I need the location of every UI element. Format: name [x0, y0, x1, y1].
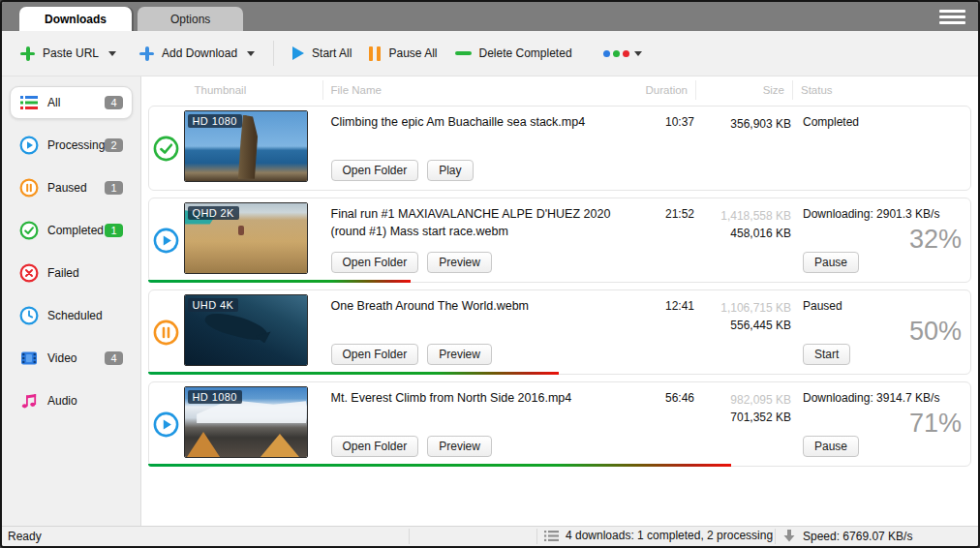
play-icon: [292, 46, 304, 60]
toolbar-separator: [273, 41, 274, 66]
start-all-label: Start All: [312, 46, 352, 60]
quality-badge: HD 1080: [188, 114, 242, 128]
status-text: Paused: [803, 299, 842, 313]
duration-value: 56:46: [627, 382, 694, 466]
chevron-down-icon[interactable]: [247, 51, 255, 56]
size-value: 356,903 KB: [694, 115, 791, 133]
status-bar: Ready 4 downloads: 1 completed, 2 proces…: [2, 526, 978, 546]
title-bar: Downloads Options: [2, 2, 978, 31]
delete-completed-label: Delete Completed: [479, 46, 572, 60]
table-header: Thumbnail File Name Duration Size Status: [141, 76, 979, 103]
content-area: All 4 Processing 2 Paused 1: [2, 76, 978, 526]
sidebar-item-completed[interactable]: Completed 1: [10, 214, 133, 247]
more-actions-button[interactable]: [595, 44, 651, 64]
header-status: Status: [792, 80, 971, 100]
sidebar-label: Audio: [47, 394, 77, 408]
downloading-status-icon: [153, 411, 179, 438]
count-badge: 4: [105, 351, 122, 365]
download-row[interactable]: QHD 2K Final run #1 MAXIAVALANCHE ALPE D…: [148, 198, 972, 283]
sidebar-item-video[interactable]: Video 4: [10, 342, 133, 375]
video-thumbnail: UHD 4K: [184, 294, 308, 366]
file-name: Final run #1 MAXIAVALANCHE ALPE D'HUEZ 2…: [331, 206, 618, 240]
download-row[interactable]: HD 1080 Mt. Everest Climb from North Sid…: [148, 381, 972, 467]
count-badge: 4: [105, 96, 122, 109]
file-name: Mt. Everest Climb from North Side 2016.m…: [331, 390, 618, 408]
downloads-summary-text: 4 downloads: 1 completed, 2 processing: [566, 529, 773, 542]
completed-status-icon: [153, 136, 179, 162]
sidebar: All 4 Processing 2 Paused 1: [2, 76, 140, 526]
header-thumbnail: Thumbnail: [187, 80, 322, 100]
music-note-icon: [19, 391, 39, 411]
downloads-panel: Thumbnail File Name Duration Size Status: [140, 76, 979, 526]
pause-button[interactable]: Pause: [803, 252, 859, 273]
sidebar-label: Completed: [47, 224, 104, 237]
download-row[interactable]: UHD 4K One Breath Around The World.webm …: [148, 289, 972, 375]
open-folder-button[interactable]: Open Folder: [331, 436, 419, 457]
progress-percent: 32%: [909, 225, 962, 255]
size-total: 1,418,558 KB: [694, 207, 791, 225]
sidebar-item-audio[interactable]: Audio: [10, 384, 133, 417]
pause-all-button[interactable]: Pause All: [360, 40, 445, 68]
add-download-button[interactable]: Add Download: [131, 40, 263, 68]
statusbar-divider: [536, 529, 537, 544]
download-row[interactable]: HD 1080 Climbing the epic Am Buachaille …: [148, 106, 972, 191]
sidebar-label: All: [47, 96, 60, 109]
paused-status-icon: [153, 320, 179, 346]
header-duration: Duration: [628, 80, 695, 100]
start-all-button[interactable]: Start All: [284, 40, 360, 67]
progress-bar: [148, 280, 412, 283]
paste-url-label: Paste URL: [43, 46, 99, 60]
preview-button[interactable]: Preview: [427, 344, 492, 365]
plus-icon: [20, 46, 35, 61]
tab-options[interactable]: Options: [138, 7, 243, 31]
status-text: Downloading: 3914.7 KB/s: [803, 391, 939, 405]
play-button[interactable]: Play: [427, 160, 473, 181]
preview-button[interactable]: Preview: [427, 436, 492, 457]
video-thumbnail: QHD 2K: [184, 202, 308, 274]
quality-badge: QHD 2K: [188, 206, 239, 220]
sidebar-label: Failed: [47, 266, 79, 280]
status-ready-text: Ready: [8, 530, 42, 543]
error-circle-icon: [19, 263, 39, 283]
list-icon: [544, 530, 559, 542]
add-download-label: Add Download: [162, 46, 237, 60]
sidebar-item-paused[interactable]: Paused 1: [10, 171, 133, 204]
preview-button[interactable]: Preview: [427, 252, 492, 273]
red-dot-icon: [623, 50, 629, 57]
open-folder-button[interactable]: Open Folder: [331, 344, 419, 365]
quality-badge: UHD 4K: [188, 298, 239, 312]
toolbar: Paste URL Add Download Start All Pause A…: [2, 31, 978, 76]
progress-percent: 71%: [909, 409, 962, 439]
delete-completed-button[interactable]: Delete Completed: [446, 40, 581, 67]
duration-value: 21:52: [627, 198, 694, 282]
duration-value: 12:41: [627, 290, 694, 374]
chevron-down-icon[interactable]: [108, 51, 116, 56]
progress-bar: [148, 464, 731, 467]
sidebar-item-all[interactable]: All 4: [10, 86, 133, 119]
size-value: 458,016 KB: [694, 225, 791, 242]
list-icon: [19, 93, 39, 112]
video-thumbnail: HD 1080: [184, 110, 308, 182]
sidebar-item-processing[interactable]: Processing 2: [10, 129, 133, 162]
paste-url-button[interactable]: Paste URL: [12, 40, 125, 68]
count-badge: 1: [105, 181, 122, 195]
blue-dot-icon: [603, 50, 610, 57]
start-button[interactable]: Start: [803, 344, 850, 365]
status-text: Completed: [803, 115, 859, 129]
sidebar-label: Processing: [47, 138, 105, 152]
statusbar-divider: [409, 529, 410, 544]
file-name: One Breath Around The World.webm: [331, 298, 618, 316]
sidebar-item-scheduled[interactable]: Scheduled: [10, 299, 133, 332]
statusbar-divider: [775, 529, 776, 544]
sidebar-label: Paused: [47, 181, 87, 195]
progress-bar: [148, 372, 559, 375]
pause-button[interactable]: Pause: [803, 436, 859, 457]
quality-badge: HD 1080: [188, 390, 242, 404]
open-folder-button[interactable]: Open Folder: [331, 252, 419, 273]
downloading-status-icon: [153, 228, 179, 254]
speed-text: Speed: 6769.07 KB/s: [803, 530, 912, 543]
open-folder-button[interactable]: Open Folder: [331, 160, 419, 181]
sidebar-item-failed[interactable]: Failed: [10, 257, 133, 289]
hamburger-menu-icon[interactable]: [939, 10, 965, 27]
tab-downloads[interactable]: Downloads: [19, 7, 132, 31]
